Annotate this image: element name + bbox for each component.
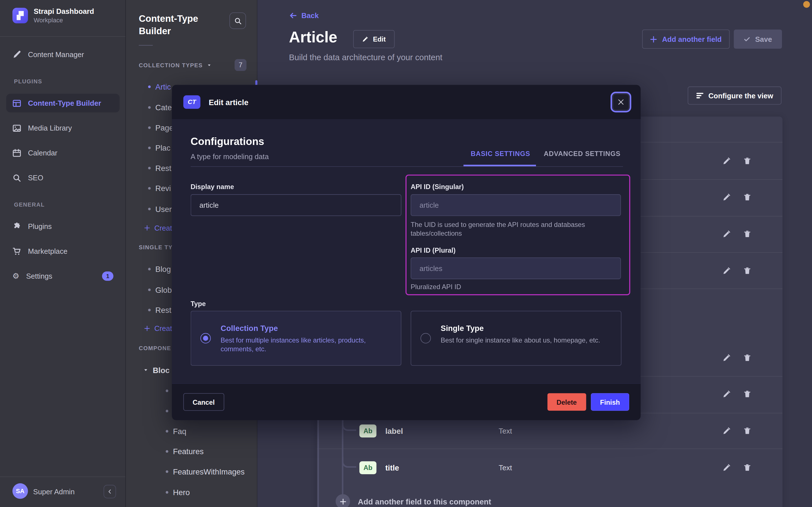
bullet-icon (166, 389, 168, 392)
table-row-actions (723, 267, 759, 275)
edit-field-button[interactable] (723, 354, 731, 362)
delete-field-button[interactable] (743, 427, 751, 435)
create-collection-type-link[interactable]: Creat (144, 224, 172, 232)
search-button[interactable] (230, 12, 246, 29)
component-group-blocks[interactable]: Bloc (143, 366, 170, 375)
component-item[interactable]: FeaturesWithImages (166, 467, 245, 476)
api-id-singular-help: The UID is used to generate the API rout… (411, 220, 608, 238)
close-modal-button[interactable] (611, 92, 631, 112)
collection-type-title: Collection Type (221, 324, 278, 333)
add-field-label: Add another field (662, 35, 722, 43)
bullet-icon (148, 268, 150, 271)
collection-item[interactable]: Cate (148, 103, 172, 112)
collapse-sidebar-button[interactable] (104, 485, 116, 499)
edit-field-button[interactable] (723, 157, 731, 165)
bullet-icon (148, 126, 150, 129)
collection-type-option[interactable]: Collection Type Best for multiple instan… (191, 311, 401, 366)
sidebar-item-content-manager[interactable]: Content Manager (6, 45, 120, 64)
api-id-plural-input[interactable] (411, 258, 621, 279)
bullet-icon (148, 147, 150, 149)
cancel-button[interactable]: Cancel (183, 393, 224, 411)
edit-button[interactable]: Edit (353, 30, 395, 48)
content-type-badge: CT (183, 95, 200, 109)
delete-field-button[interactable] (743, 463, 751, 472)
workspace-title: Strapi Dashboard (34, 7, 94, 15)
delete-field-button[interactable] (743, 390, 751, 398)
edit-field-button[interactable] (723, 230, 731, 238)
components-header[interactable]: COMPONE (139, 345, 171, 351)
collection-item[interactable]: Revi (148, 184, 171, 193)
avatar[interactable]: SA (12, 483, 28, 499)
cart-icon (12, 247, 21, 256)
table-row-actions (723, 230, 759, 238)
tabs-divider (191, 166, 623, 167)
sidebar-item-label: SEO (28, 173, 43, 182)
collection-item[interactable]: Rest (148, 164, 171, 172)
finish-button[interactable]: Finish (591, 393, 629, 411)
api-id-singular-input[interactable] (411, 194, 621, 216)
field-type: Text (499, 427, 512, 435)
collection-types-count: 7 (235, 59, 246, 71)
sidebar-item-media-library[interactable]: Media Library (6, 119, 120, 137)
sidebar-item-plugins[interactable]: Plugins (6, 217, 120, 236)
add-another-field-button[interactable]: Add another field (642, 30, 730, 49)
edit-field-button[interactable] (723, 193, 731, 202)
edit-field-button[interactable] (723, 427, 731, 435)
single-type-desc: Best for single instance like about us, … (441, 336, 612, 344)
text-field-type-icon: Ab (359, 425, 376, 438)
single-item[interactable]: Rest (148, 305, 171, 314)
create-single-type-link[interactable]: Creat (144, 324, 172, 332)
single-types-label: SINGLE TY (139, 244, 173, 250)
collection-types-label: COLLECTION TYPES (139, 62, 202, 68)
component-item[interactable]: Faq (166, 427, 186, 436)
delete-field-button[interactable] (743, 157, 751, 165)
delete-field-button[interactable] (743, 354, 751, 362)
sidebar-item-marketplace[interactable]: Marketplace (6, 242, 120, 261)
plus-icon (144, 225, 150, 231)
collection-item-article[interactable]: Artic (148, 82, 171, 91)
add-component-field-label: Add another field to this component (358, 497, 491, 506)
edit-field-button[interactable] (723, 463, 731, 472)
back-link[interactable]: Back (289, 11, 319, 19)
display-name-input[interactable] (191, 194, 401, 216)
sidebar-item-seo[interactable]: SEO (6, 168, 120, 187)
delete-field-button[interactable] (743, 193, 751, 202)
notification-badge: 1 (102, 271, 113, 281)
table-row-actions (723, 390, 759, 398)
workspace-brand[interactable]: Strapi Dashboard Workplace (12, 7, 94, 24)
delete-field-button[interactable] (743, 267, 751, 275)
components-label: COMPONE (139, 345, 171, 351)
collection-item[interactable]: Plac (148, 144, 170, 152)
collection-item[interactable]: User (148, 205, 172, 213)
table-row-actions (723, 157, 759, 165)
bullet-icon (148, 86, 150, 88)
sidebar-item-calendar[interactable]: Calendar (6, 144, 120, 162)
component-item[interactable]: Features (166, 447, 204, 456)
add-component-field-button[interactable]: Add another field to this component (336, 494, 491, 507)
single-item[interactable]: Blog (148, 265, 171, 274)
pencil-icon (362, 36, 368, 42)
tab-basic-settings[interactable]: BASIC SETTINGS (471, 150, 530, 157)
component-item[interactable]: Hero (166, 488, 190, 497)
single-types-header[interactable]: SINGLE TY (139, 244, 173, 250)
single-item[interactable]: Glob (148, 285, 172, 294)
save-button[interactable]: Save (734, 30, 782, 49)
delete-field-button[interactable] (743, 230, 751, 238)
radio-unselected-icon[interactable] (420, 333, 431, 344)
edit-field-button[interactable] (723, 267, 731, 275)
create-label: Creat (154, 324, 172, 332)
radio-selected-icon[interactable] (200, 333, 211, 344)
sidebar-item-settings[interactable]: ⚙ Settings 1 (6, 267, 120, 285)
single-type-option[interactable]: Single Type Best for single instance lik… (411, 311, 621, 366)
sidebar-item-content-type-builder[interactable]: Content-Type Builder (6, 94, 120, 112)
configure-view-button[interactable]: Configure the view (688, 87, 782, 105)
edit-article-modal: CT Edit article Configurations A type fo… (172, 85, 641, 420)
collection-types-header[interactable]: COLLECTION TYPES (139, 62, 212, 68)
edit-field-button[interactable] (723, 390, 731, 398)
tab-advanced-settings[interactable]: ADVANCED SETTINGS (544, 150, 620, 157)
tree-elbow-icon (342, 420, 356, 431)
save-label: Save (755, 35, 772, 43)
collection-item[interactable]: Page (148, 123, 174, 132)
delete-button[interactable]: Delete (547, 393, 586, 411)
arrow-left-icon (289, 11, 297, 19)
